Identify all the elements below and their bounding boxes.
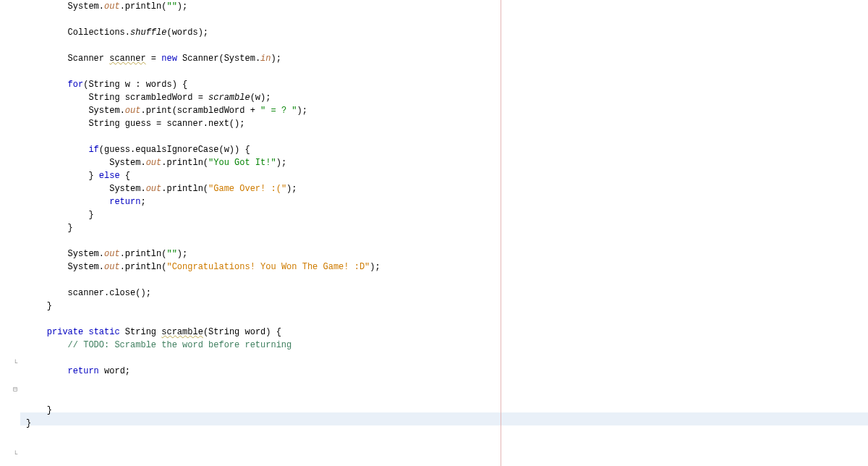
code-line: scanner.close(); bbox=[26, 288, 151, 298]
code-line: for(String w : words) { bbox=[26, 80, 187, 90]
code-line: Collections.shuffle(words); bbox=[26, 27, 208, 38]
code-editor[interactable]: └ ⊟ └ System.out.println(""); Collection… bbox=[0, 0, 868, 466]
code-line: } bbox=[26, 223, 73, 233]
code-line: // TODO: Scramble the word before return… bbox=[26, 340, 292, 350]
fold-toggle-icon[interactable]: ⊟ bbox=[13, 386, 17, 394]
code-line: String guess = scanner.next(); bbox=[26, 119, 244, 129]
code-line: } bbox=[26, 405, 52, 415]
code-line: } bbox=[26, 418, 31, 428]
fold-end-icon: └ bbox=[13, 452, 17, 459]
code-line: String scrambledWord = scramble(w); bbox=[26, 93, 271, 103]
code-line: System.out.println(""); bbox=[26, 249, 187, 259]
code-line: if(guess.equalsIgnoreCase(w)) { bbox=[26, 145, 250, 155]
code-line: return word; bbox=[26, 366, 130, 376]
fold-end-icon: └ bbox=[13, 360, 17, 368]
code-line: System.out.println(""); bbox=[26, 1, 187, 12]
code-line: return; bbox=[26, 197, 146, 207]
code-line: Scanner scanner = new Scanner(System.in)… bbox=[26, 54, 281, 64]
code-line: private static String scramble(String wo… bbox=[26, 327, 281, 337]
fold-bar[interactable]: └ ⊟ └ bbox=[12, 0, 20, 466]
code-line: System.out.println("You Got It!"); bbox=[26, 158, 286, 168]
code-line: } bbox=[26, 301, 52, 311]
code-line: } bbox=[26, 210, 94, 220]
code-line: System.out.println("Congratulations! You… bbox=[26, 262, 380, 272]
code-line: } else { bbox=[26, 171, 130, 181]
code-line: System.out.print(scrambledWord + " = ? "… bbox=[26, 106, 307, 116]
code-line: System.out.println("Game Over! :("); bbox=[26, 184, 297, 194]
code-area[interactable]: System.out.println(""); Collections.shuf… bbox=[20, 0, 868, 466]
source-code[interactable]: System.out.println(""); Collections.shuf… bbox=[20, 0, 868, 430]
editor-gutter bbox=[0, 0, 12, 466]
